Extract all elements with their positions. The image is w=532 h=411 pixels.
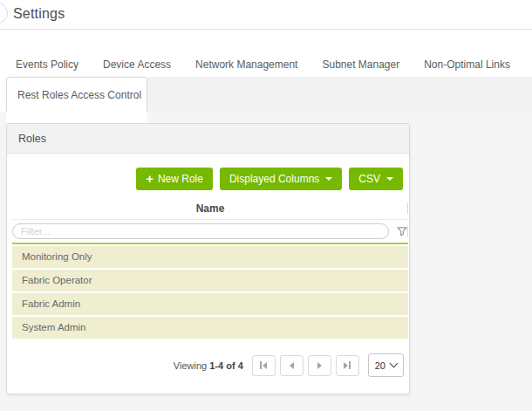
page-size-select[interactable]: 20 [368, 353, 404, 377]
first-page-button[interactable] [252, 355, 276, 376]
column-edge-divider [407, 226, 408, 237]
chevron-down-icon [325, 177, 332, 181]
new-role-label: New Role [158, 173, 203, 185]
table-row-monitoring-only[interactable]: Monitoring Only [12, 246, 408, 268]
next-page-icon [317, 362, 322, 369]
csv-label: CSV [358, 173, 380, 185]
new-role-button[interactable]: New Role [136, 168, 213, 190]
pagination-summary-range: 1-4 of 4 [209, 360, 243, 371]
csv-button[interactable]: CSV [349, 168, 403, 190]
first-page-icon [263, 362, 267, 369]
filter-row [12, 220, 408, 244]
tab-non-optimal-links[interactable]: Non-Optimal Links [424, 58, 510, 71]
column-edge-divider [407, 202, 408, 214]
next-page-button[interactable] [308, 355, 331, 376]
previous-page-button[interactable] [280, 355, 304, 376]
first-page-icon [260, 361, 262, 369]
page-title: Settings [13, 6, 65, 22]
tab-events-policy[interactable]: Events Policy [16, 58, 78, 71]
displayed-columns-button[interactable]: Displayed Columns [220, 168, 342, 190]
chevron-down-icon [390, 360, 399, 368]
corner-circle-decoration [0, 3, 8, 24]
last-page-icon [349, 361, 351, 369]
page-size-value: 20 [375, 360, 385, 371]
filter-funnel-icon[interactable] [396, 225, 408, 237]
column-header-name[interactable]: Name [12, 197, 408, 220]
pagination-summary-label: Viewing [174, 360, 207, 371]
pagination-summary: Viewing 1-4 of 4 [174, 360, 243, 371]
tabstrip-background [147, 77, 532, 112]
tab-network-management[interactable]: Network Management [195, 58, 297, 71]
header-divider [0, 29, 532, 30]
active-tab-label: Rest Roles Access Control [17, 89, 141, 101]
pagination-buttons [252, 355, 359, 376]
column-header-label: Name [196, 202, 225, 215]
roles-panel: Roles New Role Displayed Columns CSV Nam… [6, 123, 410, 394]
table-row-fabric-operator[interactable]: Fabric Operator [12, 270, 408, 291]
tab-device-access[interactable]: Device Access [103, 58, 171, 71]
plus-icon [146, 172, 153, 186]
tab-subnet-manager[interactable]: Subnet Manager [322, 58, 399, 71]
chevron-down-icon [386, 177, 393, 181]
last-page-button[interactable] [336, 355, 359, 376]
roles-table: Name Monitoring Only Fabric Operator Fab… [12, 197, 408, 339]
tab-rest-roles-access-control[interactable]: Rest Roles Access Control [6, 77, 147, 112]
previous-page-icon [290, 362, 294, 369]
pagination-bar: Viewing 1-4 of 4 20 [7, 353, 409, 377]
table-row-fabric-admin[interactable]: Fabric Admin [12, 293, 408, 315]
filter-input[interactable] [12, 223, 389, 239]
roles-toolbar: New Role Displayed Columns CSV [7, 168, 409, 190]
displayed-columns-label: Displayed Columns [229, 173, 319, 185]
active-tab-underlay [6, 110, 147, 123]
top-tab-bar: Events Policy Device Access Network Mana… [16, 58, 510, 72]
table-row-system-admin[interactable]: System Admin [12, 317, 408, 339]
last-page-icon [344, 362, 348, 369]
panel-title: Roles [7, 124, 409, 154]
